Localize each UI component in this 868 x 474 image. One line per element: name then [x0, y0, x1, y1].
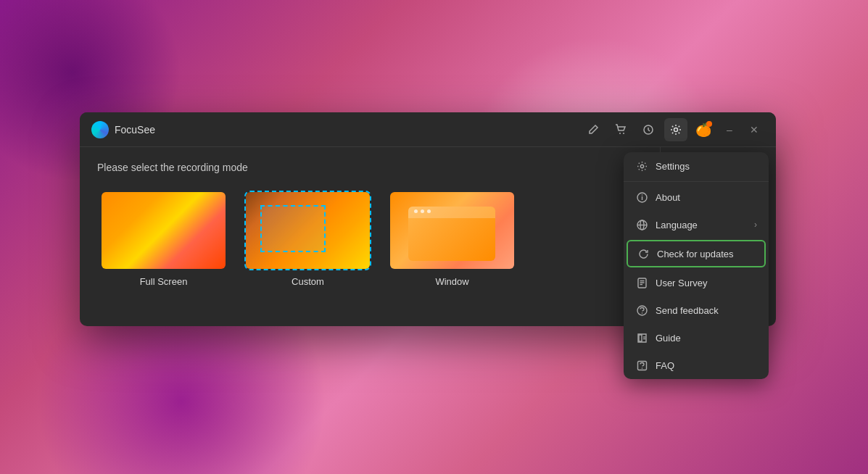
faq-label: FAQ	[656, 360, 757, 371]
menu-item-guide[interactable]: Guide	[624, 324, 769, 352]
check-updates-label: Check for updates	[657, 249, 756, 259]
fullscreen-label: Full Screen	[140, 276, 188, 287]
question-icon	[635, 359, 648, 372]
notification-icon-button[interactable]: 🍊	[692, 118, 715, 141]
window-thumb-image	[390, 192, 514, 269]
fullscreen-thumb	[100, 191, 227, 270]
window-mockup	[408, 207, 495, 261]
globe-icon	[635, 218, 648, 231]
window-label: Window	[435, 276, 468, 287]
panel-title: Please select the recording mode	[97, 162, 642, 173]
svg-point-28	[641, 367, 642, 369]
title-bar: FocuSee	[80, 112, 776, 147]
custom-label: Custom	[292, 276, 324, 287]
book-icon	[635, 331, 648, 344]
title-bar-actions: 🍊 – ✕	[582, 118, 764, 141]
svg-point-1	[623, 133, 624, 134]
menu-item-faq[interactable]: FAQ	[624, 352, 769, 379]
send-feedback-label: Send feedback	[656, 305, 757, 316]
info-icon	[635, 191, 648, 204]
svg-point-11	[640, 165, 643, 167]
survey-icon	[635, 276, 648, 289]
app-title: FocuSee	[115, 124, 582, 136]
language-arrow-icon: ›	[754, 220, 757, 230]
notification-dot	[706, 121, 712, 127]
menu-item-check-updates[interactable]: Check for updates	[627, 240, 766, 267]
guide-label: Guide	[656, 333, 757, 344]
settings-icon-button[interactable]	[664, 118, 687, 141]
menu-item-language[interactable]: Language ›	[624, 211, 769, 238]
svg-rect-24	[639, 335, 642, 341]
svg-point-0	[619, 133, 621, 134]
menu-item-user-survey[interactable]: User Survey	[624, 269, 769, 296]
cart-icon-button[interactable]	[609, 118, 632, 141]
dropdown-menu: Settings About Language ›	[624, 152, 769, 379]
custom-thumb	[244, 191, 371, 270]
window-mode-card[interactable]: Window	[386, 188, 518, 290]
fullscreen-mode-card[interactable]: Full Screen	[97, 188, 230, 290]
custom-mode-card[interactable]: Custom	[241, 188, 374, 290]
custom-thumb-image	[246, 192, 370, 269]
menu-item-settings[interactable]: Settings	[624, 152, 769, 180]
menu-item-about[interactable]: About	[624, 183, 769, 211]
edit-icon-button[interactable]	[582, 118, 605, 141]
mode-cards: Full Screen Custom	[97, 188, 642, 290]
svg-point-14	[641, 194, 642, 196]
close-button[interactable]: ✕	[744, 120, 764, 140]
minimize-button[interactable]: –	[719, 120, 740, 140]
feedback-icon	[635, 304, 648, 317]
language-label: Language	[656, 220, 747, 230]
app-logo	[91, 121, 109, 138]
menu-item-send-feedback[interactable]: Send feedback	[624, 296, 769, 324]
settings-label: Settings	[656, 161, 757, 172]
about-label: About	[656, 192, 757, 203]
svg-point-23	[641, 312, 642, 314]
window-thumb	[389, 191, 516, 270]
fullscreen-thumb-image	[102, 192, 226, 269]
refresh-icon	[637, 247, 650, 260]
history-icon-button[interactable]	[637, 118, 660, 141]
recording-panel: Please select the recording mode Full Sc…	[80, 147, 660, 326]
svg-point-3	[674, 128, 678, 131]
user-survey-label: User Survey	[656, 278, 757, 288]
menu-divider-1	[624, 181, 769, 182]
selection-box	[260, 205, 326, 252]
window-dots	[414, 209, 431, 213]
gear-icon	[635, 159, 648, 172]
